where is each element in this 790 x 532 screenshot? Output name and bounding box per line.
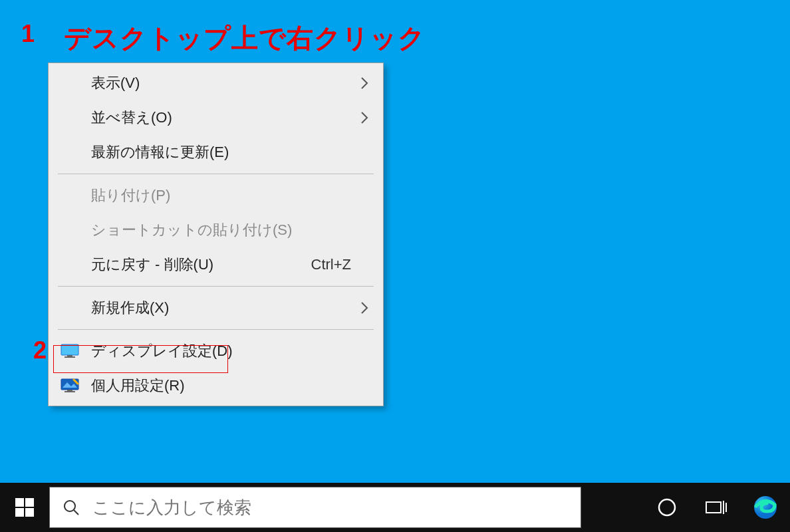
menu-item-personalize[interactable]: 個人用設定(R) [50, 368, 382, 403]
menu-label: 最新の情報に更新(E) [87, 142, 371, 162]
menu-item-view[interactable]: 表示(V) [50, 66, 382, 100]
menu-item-new[interactable]: 新規作成(X) [50, 291, 382, 325]
svg-line-11 [74, 510, 78, 515]
menu-label: 個人用設定(R) [87, 376, 371, 396]
task-view-icon [705, 498, 727, 517]
display-icon [61, 344, 87, 358]
menu-separator [58, 329, 374, 330]
menu-item-display-settings[interactable]: ディスプレイ設定(D) [50, 334, 382, 368]
menu-item-refresh[interactable]: 最新の情報に更新(E) [50, 135, 382, 170]
svg-rect-7 [25, 498, 34, 507]
svg-rect-5 [65, 391, 75, 392]
menu-item-sort[interactable]: 並べ替え(O) [50, 100, 382, 135]
menu-label: 新規作成(X) [87, 298, 358, 318]
cortana-button[interactable] [642, 483, 692, 532]
menu-shortcut: Ctrl+Z [311, 256, 372, 273]
svg-rect-8 [15, 508, 24, 517]
svg-rect-13 [706, 502, 721, 513]
chevron-right-icon [358, 301, 371, 315]
desktop-context-menu: 表示(V) 並べ替え(O) 最新の情報に更新(E) 貼り付け(P) ショートカッ… [48, 63, 384, 406]
search-input[interactable] [92, 497, 581, 518]
menu-label: ディスプレイ設定(D) [87, 341, 371, 361]
task-view-button[interactable] [692, 483, 741, 532]
menu-label: 貼り付け(P) [87, 186, 371, 205]
svg-rect-2 [65, 356, 75, 358]
menu-label: 表示(V) [87, 73, 358, 93]
menu-item-undo-delete[interactable]: 元に戻す - 削除(U) Ctrl+Z [50, 247, 382, 282]
svg-rect-4 [67, 390, 72, 391]
svg-rect-9 [25, 508, 34, 517]
svg-point-12 [659, 499, 675, 515]
annotation-number-2: 2 [33, 336, 47, 364]
personalize-icon [61, 378, 87, 393]
cortana-icon [657, 497, 677, 517]
edge-icon [752, 494, 779, 521]
start-button[interactable] [0, 483, 49, 532]
chevron-right-icon [358, 111, 371, 124]
edge-browser-button[interactable] [741, 483, 790, 532]
menu-item-paste: 貼り付け(P) [50, 178, 382, 213]
annotation-text-1: デスクトップ上で右クリック [64, 20, 426, 57]
menu-label: ショートカットの貼り付け(S) [87, 220, 371, 240]
search-icon [50, 499, 92, 516]
chevron-right-icon [358, 76, 371, 90]
menu-separator [58, 286, 374, 287]
svg-point-10 [65, 501, 75, 511]
annotation-number-1: 1 [21, 20, 35, 48]
taskbar [0, 483, 790, 532]
svg-rect-6 [15, 498, 24, 507]
menu-label: 元に戻す - 削除(U) [87, 255, 311, 275]
svg-rect-1 [67, 355, 72, 356]
menu-separator [58, 174, 374, 174]
svg-rect-0 [61, 344, 78, 355]
menu-label: 並べ替え(O) [87, 108, 358, 128]
taskbar-search-box[interactable] [49, 487, 581, 528]
menu-item-paste-shortcut: ショートカットの貼り付け(S) [50, 213, 382, 247]
windows-logo-icon [15, 498, 34, 517]
